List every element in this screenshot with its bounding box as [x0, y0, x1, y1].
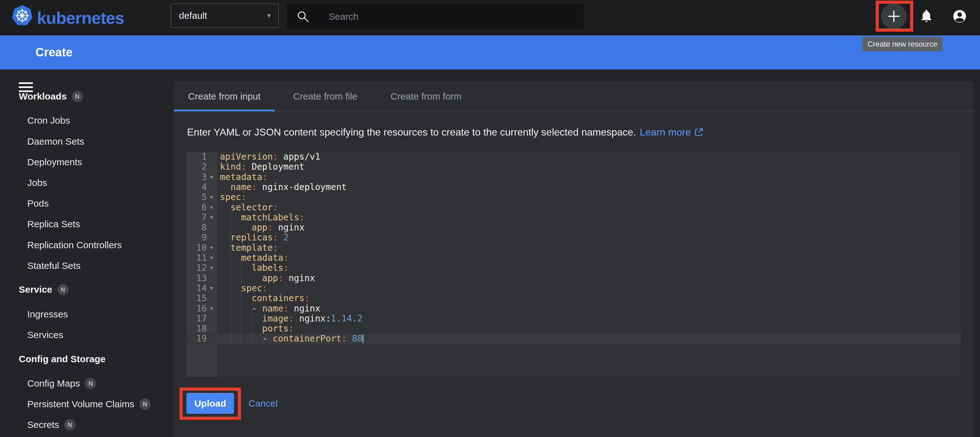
text-cursor: [363, 334, 363, 343]
line-text: image: nginx:1.14.2: [220, 314, 363, 324]
line-text: ports:: [220, 324, 294, 334]
sidebar-item-label: Pods: [27, 198, 49, 209]
line-number: 13: [186, 273, 207, 283]
fold-toggle-icon[interactable]: ▾: [207, 253, 216, 263]
sidebar-item-label: Services: [27, 329, 63, 340]
sidebar-item-label: Daemon Sets: [27, 136, 84, 147]
line-number: 5: [186, 192, 207, 202]
yaml-editor[interactable]: 1apiVersion: apps/v12kind: Deployment3▾m…: [186, 152, 961, 377]
line-text: matchLabels:: [220, 212, 304, 223]
tab-create-from-input[interactable]: Create from input: [174, 82, 275, 111]
learn-more-link[interactable]: Learn more: [640, 127, 691, 138]
fold-toggle-icon[interactable]: ▾: [207, 212, 216, 222]
line-number: 12: [186, 263, 207, 273]
line-text: metadata:: [220, 172, 267, 182]
line-text: app: nginx: [220, 273, 315, 283]
line-text: - name: nginx: [220, 304, 320, 314]
code-line-6: 6▾ selector:: [186, 203, 961, 213]
brand-title[interactable]: kubernetes: [37, 0, 124, 35]
fold-toggle-icon[interactable]: ▾: [207, 283, 216, 293]
fold-toggle-icon[interactable]: ▾: [207, 202, 216, 212]
sidebar-item-stateful-sets[interactable]: Stateful Sets: [27, 259, 81, 273]
code-line-16: 16▾ - name: nginx: [186, 304, 961, 314]
line-text: template:: [220, 243, 278, 253]
sidebar-item-pods[interactable]: Pods: [27, 196, 49, 211]
fold-toggle-icon[interactable]: ▾: [207, 242, 216, 253]
external-link-icon: [694, 127, 704, 137]
line-number: 16: [186, 304, 207, 314]
sidebar-item-workloads[interactable]: WorkloadsN: [19, 90, 83, 103]
code-line-9: 9 replicas: 2: [186, 233, 961, 243]
code-line-2: 2kind: Deployment: [186, 162, 961, 172]
namespace-selected-value: default: [179, 10, 207, 21]
sidebar-item-services[interactable]: Services: [27, 328, 63, 342]
sidebar-item-replica-sets[interactable]: Replica Sets: [27, 217, 80, 231]
sidebar-item-label: Jobs: [27, 177, 47, 188]
sidebar-item-cron-jobs[interactable]: Cron Jobs: [27, 114, 70, 127]
line-text: app: nginx: [220, 223, 304, 233]
sidebar-item-deployments[interactable]: Deployments: [27, 155, 82, 169]
fold-toggle-icon[interactable]: ▾: [207, 192, 216, 202]
line-number: 1: [186, 152, 207, 162]
sidebar-item-config-maps[interactable]: Config MapsN: [27, 377, 96, 390]
code-line-10: 10▾ template:: [186, 243, 961, 253]
code-line-5: 5▾spec:: [186, 192, 961, 203]
create-new-resource-button[interactable]: [881, 3, 907, 29]
line-text: labels:: [220, 263, 288, 273]
line-text: containers:: [220, 293, 310, 303]
code-line-13: 13 app: nginx: [186, 273, 961, 283]
line-text: name: nginx-deployment: [220, 182, 347, 192]
sidebar-item-label: Workloads: [19, 91, 67, 102]
sidebar-item-config-and-storage[interactable]: Config and Storage: [19, 352, 106, 366]
line-text: spec:: [220, 283, 267, 293]
namespace-selector[interactable]: default ▾: [171, 3, 279, 28]
namespaced-badge: N: [57, 284, 68, 295]
sidebar-item-secrets[interactable]: SecretsN: [27, 418, 75, 432]
search-box[interactable]: [287, 4, 584, 29]
code-line-15: 15 containers:: [186, 293, 961, 304]
fold-toggle-icon[interactable]: ▾: [207, 172, 216, 182]
page-title: Create: [35, 35, 72, 70]
line-number: 6: [186, 203, 207, 212]
line-text: replicas: 2: [220, 233, 288, 242]
code-line-8: 8 app: nginx: [186, 223, 961, 233]
sidebar-item-label: Config and Storage: [19, 354, 106, 364]
account-button[interactable]: [953, 9, 967, 24]
sidebar-item-label: Service: [19, 284, 52, 295]
code-line-14: 14▾ spec:: [186, 283, 961, 294]
sidebar-item-persistent-volume-claims[interactable]: Persistent Volume ClaimsN: [27, 397, 151, 411]
sidebar-item-daemon-sets[interactable]: Daemon Sets: [27, 135, 84, 148]
bell-icon: [920, 10, 933, 23]
code-line-18: 18 ports:: [186, 324, 961, 334]
sidebar-item-label: Persistent Volume Claims: [27, 399, 134, 410]
fold-toggle-icon[interactable]: ▾: [207, 303, 216, 314]
account-icon: [953, 9, 967, 24]
sidebar-item-jobs[interactable]: Jobs: [27, 176, 47, 190]
line-number: 3: [186, 172, 207, 182]
line-number: 8: [186, 223, 207, 233]
line-text: spec:: [220, 192, 246, 202]
tab-create-from-file[interactable]: Create from file: [275, 82, 375, 111]
topbar: kubernetes default ▾: [0, 0, 980, 35]
notifications-button[interactable]: [920, 10, 933, 23]
line-text: kind: Deployment: [220, 162, 304, 172]
fold-toggle-icon[interactable]: ▾: [207, 263, 216, 273]
sidebar-item-ingresses[interactable]: Ingresses: [27, 307, 68, 321]
upload-button[interactable]: Upload: [186, 393, 234, 414]
tab-create-from-form[interactable]: Create from form: [375, 82, 477, 111]
line-number: 10: [186, 243, 207, 253]
code-line-11: 11▾ metadata:: [186, 253, 961, 263]
line-number: 15: [186, 293, 207, 303]
code-line-17: 17 image: nginx:1.14.2: [186, 314, 961, 324]
sidebar-item-replication-controllers[interactable]: Replication Controllers: [27, 238, 122, 252]
sidebar-item-label: Cron Jobs: [27, 115, 70, 126]
line-number: 17: [186, 314, 207, 324]
line-number: 9: [186, 233, 207, 242]
cancel-button[interactable]: Cancel: [248, 393, 278, 414]
sidebar-item-label: Config Maps: [27, 378, 80, 389]
sidebar-item-service[interactable]: ServiceN: [19, 283, 68, 296]
sidebar-item-label: Stateful Sets: [27, 260, 81, 271]
search-input[interactable]: [329, 11, 574, 22]
namespaced-badge: N: [64, 419, 75, 431]
create-content-card: Create from inputCreate from fileCreate …: [174, 82, 974, 437]
